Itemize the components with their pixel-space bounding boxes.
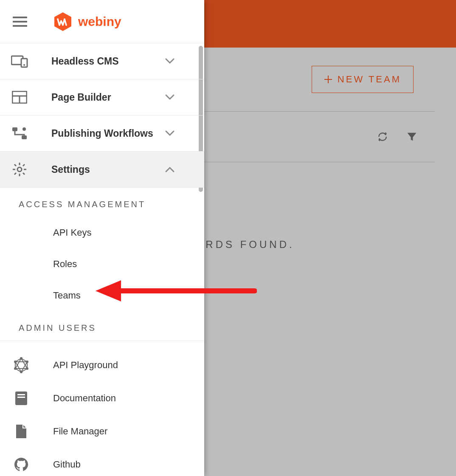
plus-icon bbox=[324, 75, 332, 84]
sidebar-item-documentation[interactable]: Documentation bbox=[0, 382, 204, 415]
svg-point-12 bbox=[20, 357, 23, 360]
sidebar-subitem-label: Roles bbox=[53, 259, 77, 270]
sidebar-item-label: Documentation bbox=[53, 393, 116, 404]
svg-rect-7 bbox=[12, 127, 17, 131]
hamburger-menu-icon[interactable] bbox=[13, 17, 27, 27]
sidebar-item-label: Settings bbox=[51, 164, 90, 175]
graphql-icon bbox=[13, 357, 30, 374]
sidebar-item-github[interactable]: Github bbox=[0, 448, 204, 476]
sidebar-subitem-api-keys[interactable]: API Keys bbox=[0, 217, 204, 248]
sidebar-item-settings[interactable]: Settings bbox=[0, 152, 204, 188]
new-team-button[interactable]: NEW TEAM bbox=[312, 66, 414, 93]
sidebar-item-label: Page Builder bbox=[51, 92, 111, 103]
webiny-logo-icon bbox=[53, 11, 73, 32]
refresh-icon[interactable] bbox=[376, 130, 389, 143]
github-icon bbox=[13, 456, 30, 473]
workflow-icon bbox=[11, 125, 28, 142]
svg-point-9 bbox=[23, 127, 26, 131]
filter-icon[interactable] bbox=[406, 131, 418, 143]
svg-rect-8 bbox=[22, 135, 27, 139]
chevron-up-icon bbox=[165, 166, 175, 172]
brand-name: webiny bbox=[78, 14, 121, 29]
book-icon bbox=[13, 390, 30, 407]
svg-point-17 bbox=[14, 361, 17, 363]
sidebar-item-label: API Playground bbox=[53, 360, 118, 371]
svg-marker-0 bbox=[54, 12, 71, 31]
sidebar-item-label: Publishing Workflows bbox=[51, 128, 153, 139]
sidebar-item-headless-cms[interactable]: Headless CMS bbox=[0, 43, 204, 79]
sidebar-subitem-label: Teams bbox=[53, 290, 81, 301]
sidebar-item-label: Github bbox=[53, 459, 81, 470]
devices-icon bbox=[11, 53, 28, 70]
svg-point-10 bbox=[17, 167, 22, 172]
chevron-down-icon bbox=[165, 94, 175, 100]
sidebar-subitem-teams[interactable]: Teams bbox=[0, 280, 204, 311]
sidebar-drawer: webiny Headless CMS Page Builder bbox=[0, 0, 204, 476]
sidebar-subitem-roles[interactable]: Roles bbox=[0, 248, 204, 280]
chevron-down-icon bbox=[165, 130, 175, 136]
sidebar-item-label: Headless CMS bbox=[51, 56, 119, 67]
sidebar-item-api-playground[interactable]: API Playground bbox=[0, 349, 204, 382]
chevron-down-icon bbox=[165, 58, 175, 64]
svg-point-16 bbox=[14, 367, 17, 370]
nav-group-admin-users: ADMIN USERS bbox=[0, 311, 204, 341]
svg-rect-19 bbox=[17, 394, 25, 395]
sidebar-item-publishing-workflows[interactable]: Publishing Workflows bbox=[0, 115, 204, 152]
sidebar-item-file-manager[interactable]: File Manager bbox=[0, 415, 204, 448]
nav-group-access-management: ACCESS MANAGEMENT bbox=[0, 188, 204, 217]
svg-point-14 bbox=[26, 367, 28, 370]
gear-icon bbox=[11, 161, 28, 178]
svg-rect-20 bbox=[17, 397, 25, 398]
svg-point-3 bbox=[23, 64, 25, 66]
svg-rect-18 bbox=[15, 392, 27, 405]
svg-point-15 bbox=[20, 371, 23, 373]
new-team-button-label: NEW TEAM bbox=[338, 74, 401, 85]
brand-logo[interactable]: webiny bbox=[53, 11, 121, 32]
sidebar-item-label: File Manager bbox=[53, 426, 107, 437]
layout-icon bbox=[11, 89, 28, 106]
file-icon bbox=[13, 423, 30, 440]
sidebar-item-page-builder[interactable]: Page Builder bbox=[0, 79, 204, 115]
svg-point-13 bbox=[26, 361, 28, 363]
sidebar-subitem-label: API Keys bbox=[53, 227, 91, 238]
